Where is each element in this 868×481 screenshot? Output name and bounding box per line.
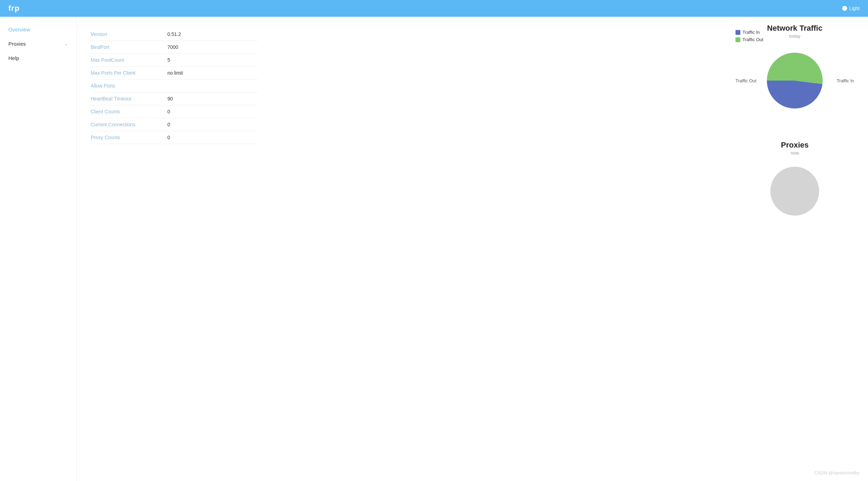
main-content: Version 0.51.2 BindPort 7000 Max PoolCou…: [77, 17, 722, 481]
pie-slice-traffic-in: [767, 81, 822, 108]
info-label: HeartBeat Timeout: [91, 96, 167, 102]
info-row: HeartBeat Timeout 90: [91, 92, 258, 105]
info-row: Proxy Counts 0: [91, 131, 258, 144]
proxies-title: Proxies: [781, 141, 809, 150]
info-value: 5: [167, 57, 170, 63]
legend-item-traffic-in: Traffic In: [735, 30, 763, 35]
pie-label-right: Traffic In: [837, 78, 854, 83]
sidebar-item-overview[interactable]: Overview: [0, 22, 76, 37]
theme-toggle[interactable]: Light: [842, 6, 860, 11]
legend-label-traffic-out: Traffic Out: [742, 37, 763, 42]
theme-label: Light: [849, 6, 860, 11]
sidebar-item-proxies[interactable]: Proxies ⌄: [0, 37, 76, 51]
right-panel: Network Traffic today Traffic In Traffic…: [722, 17, 868, 481]
sidebar-item-label: Overview: [8, 27, 30, 32]
legend-dot-traffic-in: [735, 30, 740, 35]
info-label: Version: [91, 31, 167, 37]
info-row: Max PoolCount 5: [91, 54, 258, 67]
info-value: 90: [167, 96, 173, 102]
watermark: CSDN @handsomelky: [814, 470, 860, 475]
proxies-subtitle: now: [791, 150, 799, 156]
network-traffic-section: Network Traffic today Traffic In Traffic…: [735, 24, 854, 108]
info-row: BindPort 7000: [91, 41, 258, 54]
network-traffic-subtitle: today: [789, 33, 800, 39]
layout: Overview Proxies ⌄ Help Version 0.51.2 B…: [0, 17, 868, 481]
info-value: 0: [167, 135, 170, 140]
info-value: 0: [167, 122, 170, 127]
traffic-legend: Traffic In Traffic Out: [735, 30, 763, 42]
theme-circle-icon: [842, 6, 847, 11]
info-row: Current Connections 0: [91, 118, 258, 131]
legend-item-traffic-out: Traffic Out: [735, 37, 763, 42]
pie-slice-traffic-out: [767, 53, 823, 84]
legend-label-traffic-in: Traffic In: [742, 30, 760, 35]
info-label: Max Ports Per Client: [91, 70, 167, 76]
info-label: Current Connections: [91, 122, 167, 127]
proxies-section: Proxies now: [735, 141, 854, 216]
info-label: Proxy Counts: [91, 135, 167, 140]
legend-dot-traffic-out: [735, 37, 740, 42]
info-value: 0: [167, 109, 170, 114]
info-row: Max Ports Per Client no limit: [91, 67, 258, 80]
header: frp Light: [0, 0, 868, 17]
sidebar-item-label: Proxies: [8, 41, 26, 47]
info-label: Allow Ports: [91, 83, 167, 89]
chevron-down-icon: ⌄: [65, 42, 68, 46]
pie-label-left: Traffic Out: [735, 78, 756, 83]
sidebar: Overview Proxies ⌄ Help: [0, 17, 77, 481]
proxies-empty-chart: [770, 167, 819, 216]
network-traffic-pie-chart: [767, 53, 823, 108]
info-label: BindPort: [91, 44, 167, 50]
network-traffic-title: Network Traffic: [767, 24, 823, 33]
info-label: Max PoolCount: [91, 57, 167, 63]
info-row: Version 0.51.2: [91, 28, 258, 41]
info-row: Allow Ports: [91, 80, 258, 92]
sidebar-item-help[interactable]: Help: [0, 51, 76, 65]
info-value: no limit: [167, 70, 183, 76]
info-row: Client Counts 0: [91, 105, 258, 118]
sidebar-item-label: Help: [8, 55, 19, 61]
info-value: 7000: [167, 44, 178, 50]
info-value: 0.51.2: [167, 31, 181, 37]
app-logo: frp: [8, 4, 20, 13]
info-table: Version 0.51.2 BindPort 7000 Max PoolCou…: [91, 28, 258, 144]
info-label: Client Counts: [91, 109, 167, 114]
